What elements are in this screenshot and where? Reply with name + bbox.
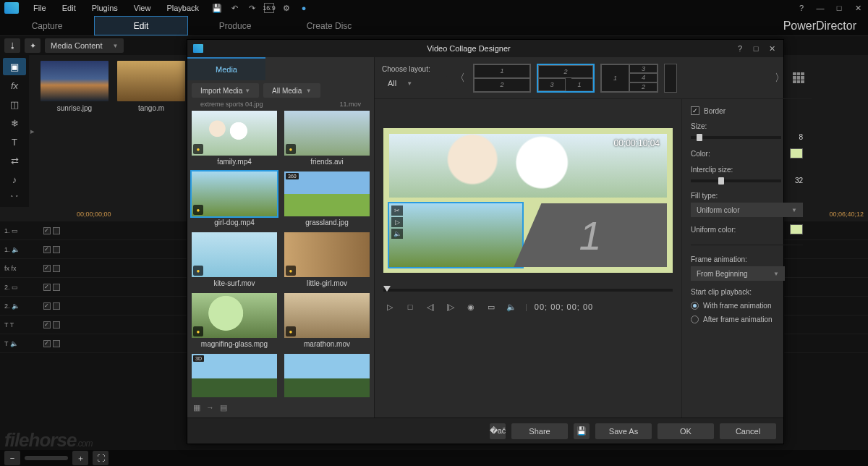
maximize-icon[interactable]: □	[833, 2, 845, 14]
size-slider[interactable]	[691, 136, 781, 139]
menu-plugins[interactable]: Plugins	[85, 1, 125, 14]
dialog-thumb[interactable]: 3D	[192, 354, 277, 397]
track-lock-checkbox[interactable]	[53, 284, 60, 291]
menu-edit[interactable]: Edit	[55, 1, 83, 14]
fx-room-icon[interactable]: fx	[3, 77, 26, 94]
dialog-thumb[interactable]	[284, 354, 370, 397]
seek-knob-icon[interactable]	[383, 286, 391, 292]
dialog-thumb[interactable]: ●girl-dog.mp4	[192, 171, 277, 226]
cancel-button[interactable]: Cancel	[720, 423, 776, 439]
bg-thumb[interactable]: sunrise.jpg	[41, 61, 109, 112]
share-icon-button[interactable]: �ač	[490, 423, 506, 439]
fit-icon[interactable]: ⛶	[93, 451, 109, 465]
tab-produce[interactable]: Produce	[188, 16, 282, 35]
track-lock-checkbox[interactable]	[53, 246, 60, 253]
close-icon[interactable]: ✕	[852, 2, 864, 14]
grid-view-icon[interactable]: ▦	[193, 403, 200, 412]
uniform-color-swatch[interactable]	[790, 224, 803, 234]
layout-preset-2[interactable]: 2 3 1	[537, 64, 595, 93]
tab-edit[interactable]: Edit	[94, 16, 188, 35]
preview-seek-slider[interactable]	[383, 289, 673, 292]
share-button[interactable]: Share	[511, 423, 568, 439]
dialog-thumb[interactable]: ●little-girl.mov	[284, 232, 370, 287]
tab-capture[interactable]: Capture	[0, 16, 94, 35]
clip-trim-icon[interactable]: ✂	[391, 206, 403, 216]
track-visible-checkbox[interactable]	[43, 321, 51, 329]
track-visible-checkbox[interactable]	[43, 227, 51, 234]
track-visible-checkbox[interactable]	[43, 302, 51, 310]
save-as-button[interactable]: Save As	[595, 423, 652, 439]
border-color-swatch[interactable]	[790, 148, 803, 158]
dialog-close-icon[interactable]: ✕	[766, 43, 778, 54]
dialog-thumb[interactable]: ●magnifing-glass.mpg	[192, 293, 277, 348]
zoom-out-icon[interactable]: −	[4, 451, 20, 465]
import-media-button[interactable]: Import Media ▼	[192, 83, 259, 98]
bg-thumb[interactable]: tango.m	[117, 61, 185, 112]
audio-room-icon[interactable]: ♪	[3, 171, 26, 188]
transition-room-icon[interactable]: ⇄	[3, 152, 26, 169]
more-rooms-icon[interactable]: ˄ ˅	[3, 190, 26, 207]
track-lock-checkbox[interactable]	[53, 265, 60, 272]
clip-mute-icon[interactable]: 🔈	[391, 229, 403, 239]
fill-type-dropdown[interactable]: Uniform color▼	[691, 203, 803, 217]
with-frame-radio[interactable]	[691, 302, 699, 310]
next-frame-icon[interactable]: |▷	[444, 300, 457, 313]
plugin-icon[interactable]: ✦	[25, 38, 41, 53]
dialog-thumb[interactable]: 360grassland.jpg	[284, 171, 370, 226]
track-visible-checkbox[interactable]	[43, 265, 51, 272]
layout-next-icon[interactable]: 〉	[774, 68, 786, 88]
dialog-thumb[interactable]: ●kite-surf.mov	[192, 232, 277, 287]
collage-slot-bottom-left[interactable]: ✂ ▷ 🔈	[389, 203, 522, 267]
prev-frame-icon[interactable]: ◁|	[424, 300, 437, 313]
arrow-right-icon[interactable]: →	[206, 403, 214, 412]
track-lock-checkbox[interactable]	[53, 340, 60, 347]
minimize-icon[interactable]: —	[814, 2, 826, 14]
loop-icon[interactable]: ▭	[485, 300, 498, 313]
track-visible-checkbox[interactable]	[43, 340, 51, 347]
media-content-dropdown[interactable]: Media Content ▼	[45, 38, 124, 53]
dialog-help-icon[interactable]: ?	[734, 43, 746, 54]
track-lock-checkbox[interactable]	[53, 302, 60, 310]
border-checkbox[interactable]: ✓	[691, 106, 699, 115]
dialog-media-tab[interactable]: Media	[187, 57, 265, 80]
layout-preset-3[interactable]: 1 3 4 2	[600, 64, 658, 93]
track-visible-checkbox[interactable]	[43, 246, 51, 253]
menu-view[interactable]: View	[127, 1, 158, 14]
menu-playback[interactable]: Playback	[159, 1, 206, 14]
media-room-icon[interactable]: ▣	[3, 58, 26, 75]
title-room-icon[interactable]: T	[3, 133, 26, 151]
collage-slot-top[interactable]: 00;00;10;04	[389, 134, 667, 198]
thumb-view-icon[interactable]: ▤	[220, 403, 227, 412]
undo-icon[interactable]: ↶	[229, 3, 239, 13]
save-icon-button[interactable]: 💾	[574, 423, 590, 439]
collage-slot-bottom-right[interactable]: 1	[514, 203, 667, 267]
after-frame-radio[interactable]	[691, 315, 699, 323]
tab-create-disc[interactable]: Create Disc	[282, 16, 376, 35]
clip-play-icon[interactable]: ▷	[391, 217, 403, 227]
track-visible-checkbox[interactable]	[43, 284, 51, 291]
frame-animation-dropdown[interactable]: From Beginning▼	[691, 266, 785, 281]
zoom-in-icon[interactable]: ＋	[72, 451, 88, 465]
aspect-icon[interactable]: 16:9	[264, 3, 274, 13]
dialog-thumb[interactable]: ●family.mp4	[192, 111, 277, 166]
layout-grid-icon[interactable]	[793, 72, 804, 84]
expand-sidebar-icon[interactable]: ▸	[29, 55, 36, 207]
stop-icon[interactable]: □	[404, 300, 417, 313]
snapshot-icon[interactable]: ◉	[464, 300, 477, 313]
pip-room-icon[interactable]: ◫	[3, 96, 26, 113]
layout-preset-4[interactable]	[664, 64, 677, 93]
help-icon[interactable]: ?	[796, 2, 807, 14]
cloud-icon[interactable]: ●	[299, 3, 309, 13]
import-icon[interactable]: ⭳	[4, 38, 20, 53]
dialog-maximize-icon[interactable]: □	[750, 43, 762, 54]
layout-filter-dropdown[interactable]: All▼	[382, 76, 447, 90]
media-filter-dropdown[interactable]: All Media ▼	[263, 83, 320, 98]
track-lock-checkbox[interactable]	[53, 227, 60, 234]
ok-button[interactable]: OK	[658, 423, 714, 439]
interclip-slider[interactable]	[691, 179, 781, 182]
timeline-zoom-slider[interactable]	[25, 456, 68, 460]
track-lock-checkbox[interactable]	[53, 321, 60, 329]
menu-file[interactable]: File	[26, 1, 54, 14]
redo-icon[interactable]: ↷	[247, 3, 257, 13]
play-icon[interactable]: ▷	[383, 300, 396, 313]
